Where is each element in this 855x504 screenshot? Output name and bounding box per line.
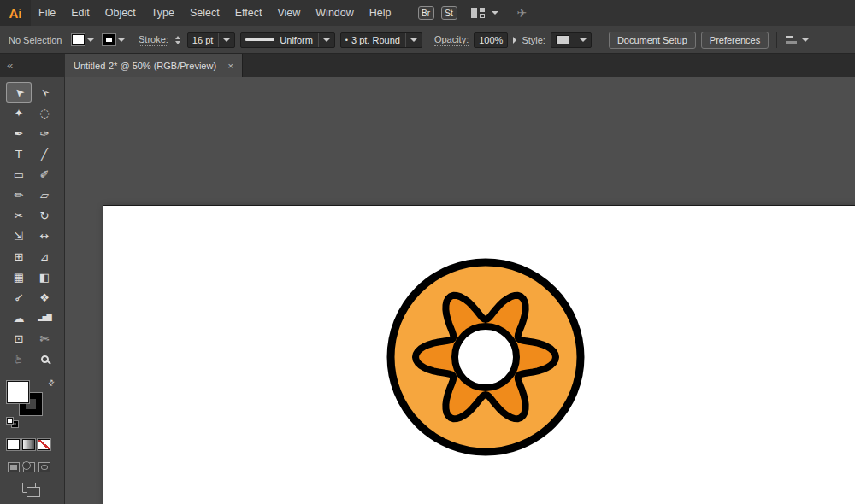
chevron-down-icon [223, 38, 230, 42]
stroke-weight-dropdown[interactable]: 16 pt [187, 32, 235, 48]
default-fill-stroke-icon[interactable] [7, 418, 18, 427]
draw-behind-button[interactable] [23, 462, 35, 472]
scissors-tool[interactable]: ✂ [7, 206, 31, 225]
dropdown-split[interactable] [575, 33, 587, 47]
collapse-panels-button[interactable]: « [0, 54, 65, 77]
mesh-tool[interactable]: ▦ [7, 267, 31, 286]
document-tab[interactable]: Untitled-2* @ 50% (RGB/Preview) × [65, 54, 243, 77]
perspective-grid-tool[interactable]: ⊿ [32, 247, 56, 266]
menu-type[interactable]: Type [144, 0, 182, 26]
menu-help[interactable]: Help [362, 0, 399, 26]
menu-select[interactable]: Select [182, 0, 227, 26]
donut-artwork[interactable] [374, 246, 597, 468]
fill-indicator[interactable] [7, 381, 29, 403]
dropdown-split[interactable] [405, 33, 417, 47]
column-graph-icon: ▂▅▇ [38, 314, 50, 321]
close-tab-icon[interactable]: × [228, 61, 233, 71]
gradient-mode-button[interactable] [22, 439, 35, 450]
stock-button[interactable]: St [441, 6, 457, 20]
menu-window[interactable]: Window [308, 0, 361, 26]
fill-color-dropdown[interactable] [72, 34, 94, 45]
rectangle-icon: ▭ [14, 169, 24, 180]
pen-tool[interactable]: ✒ [7, 124, 31, 143]
slice-tool[interactable]: ✄ [32, 329, 56, 348]
pasteboard[interactable] [65, 77, 855, 504]
direct-selection-tool[interactable]: ➣ [32, 83, 56, 102]
opacity-flyout-icon[interactable] [513, 37, 516, 44]
menu-bar-items: FileEditObjectTypeSelectEffectViewWindow… [31, 0, 399, 26]
line-segment-icon: ╱ [41, 149, 48, 160]
screen-mode-button[interactable] [22, 483, 41, 496]
width-profile-dropdown[interactable]: Uniform [240, 32, 335, 48]
gpu-performance-icon[interactable]: ✈ [517, 6, 528, 20]
workspace-switcher-icon[interactable] [471, 8, 485, 18]
mesh-icon: ▦ [14, 272, 24, 283]
stroke-color-dropdown[interactable] [103, 34, 125, 45]
menu-view[interactable]: View [269, 0, 308, 26]
bridge-button[interactable]: Br [418, 6, 434, 20]
free-transform-tool[interactable]: ⊞ [7, 247, 31, 266]
document-setup-button[interactable]: Document Setup [609, 32, 696, 49]
brush-dropdown[interactable]: • 3 pt. Round [340, 32, 422, 48]
eraser-tool[interactable]: ▱ [32, 185, 56, 204]
stroke-panel-link[interactable]: Stroke: [139, 34, 168, 46]
blend-tool[interactable]: ❖ [32, 288, 56, 307]
menu-object[interactable]: Object [97, 0, 144, 26]
rectangle-tool[interactable]: ▭ [7, 165, 31, 184]
scale-tool[interactable]: ⇲ [7, 226, 31, 245]
stroke-weight-stepper[interactable] [175, 36, 180, 44]
menu-edit[interactable]: Edit [63, 0, 97, 26]
symbol-sprayer-tool[interactable]: ☁ [7, 308, 31, 327]
brush-name: 3 pt. Round [351, 35, 400, 45]
lasso-tool[interactable]: ◌ [32, 103, 56, 122]
dropdown-split[interactable] [218, 33, 230, 47]
menu-effect[interactable]: Effect [227, 0, 270, 26]
menu-file[interactable]: File [31, 0, 63, 26]
width-tool[interactable]: ↔ [32, 226, 56, 245]
paintbrush-tool[interactable]: ✐ [32, 165, 56, 184]
type-tool[interactable]: T [7, 144, 31, 163]
donut-hole[interactable] [455, 326, 516, 388]
dropdown-split[interactable] [318, 33, 330, 47]
magic-wand-tool[interactable]: ✦ [7, 103, 31, 122]
opacity-panel-link[interactable]: Opacity: [434, 34, 469, 46]
gradient-icon: ◧ [39, 272, 50, 283]
draw-inside-button[interactable] [38, 462, 50, 472]
column-graph-tool[interactable]: ▂▅▇ [32, 308, 56, 327]
fill-swatch[interactable] [72, 34, 85, 45]
style-label: Style: [522, 35, 545, 45]
artboard-tool[interactable]: ⊡ [7, 329, 31, 348]
free-transform-icon: ⊞ [15, 251, 24, 262]
gradient-tool[interactable]: ◧ [32, 267, 56, 286]
preferences-button[interactable]: Preferences [701, 32, 769, 49]
app-logo[interactable]: Ai [0, 0, 31, 26]
draw-normal-button[interactable] [8, 462, 20, 472]
artboard[interactable] [103, 205, 855, 504]
line-segment-tool[interactable]: ╱ [32, 144, 56, 163]
pencil-tool[interactable]: ✏ [7, 185, 31, 204]
zoom-tool[interactable] [32, 349, 56, 368]
rotate-tool[interactable]: ↻ [32, 206, 56, 225]
eyedropper-tool[interactable]: ⊸ [7, 288, 31, 307]
menubar-right-icons: Br St ✈ [418, 6, 528, 20]
step-down-icon[interactable] [175, 41, 180, 44]
hand-tool[interactable]: ☞ [7, 349, 31, 368]
arrange-dropdown[interactable] [785, 34, 809, 46]
lasso-icon: ◌ [39, 108, 49, 119]
tab-bar: « Untitled-2* @ 50% (RGB/Preview) × [0, 54, 855, 77]
opacity-input[interactable]: 100% [474, 32, 508, 48]
stroke-swatch[interactable] [103, 34, 115, 45]
color-mode-button[interactable] [7, 439, 20, 450]
swap-fill-stroke-icon[interactable]: ⇄ [46, 378, 56, 388]
blend-icon: ❖ [39, 292, 50, 303]
chevron-down-icon[interactable] [492, 11, 498, 15]
step-up-icon[interactable] [175, 36, 180, 39]
selection-icon: ➤ [12, 85, 27, 100]
curvature-tool[interactable]: ✑ [32, 124, 56, 143]
none-mode-button[interactable] [38, 439, 50, 450]
selection-tool[interactable]: ➤ [7, 83, 31, 102]
selection-status: No Selection [9, 35, 63, 45]
style-dropdown[interactable] [551, 32, 592, 48]
zoom-icon [41, 355, 49, 363]
default-stroke-chip [12, 421, 18, 427]
